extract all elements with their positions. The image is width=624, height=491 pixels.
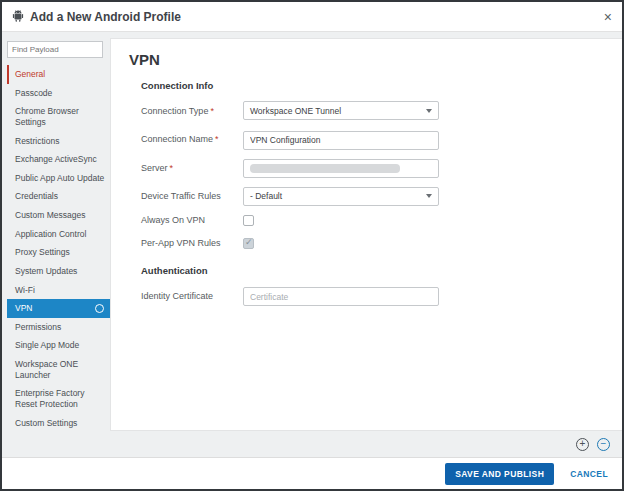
sidebar-item-wifi[interactable]: Wi-Fi	[7, 281, 110, 300]
sidebar-item-passcode[interactable]: Passcode	[7, 84, 110, 103]
identity-certificate-row: Identity Certificate	[141, 286, 608, 307]
sidebar-item-credentials[interactable]: Credentials	[7, 187, 110, 206]
dialog-header: Add a New Android Profile ×	[2, 2, 622, 32]
cancel-button[interactable]: CANCEL	[570, 469, 608, 479]
section-authentication: Authentication	[141, 265, 608, 276]
vpn-configured-badge-icon	[95, 304, 104, 313]
payload-search	[7, 38, 110, 58]
section-connection-info: Connection Info	[141, 80, 608, 91]
required-asterisk: *	[215, 134, 219, 144]
per-app-vpn-rules-row: Per-App VPN Rules	[141, 238, 608, 249]
identity-certificate-label: Identity Certificate	[141, 291, 243, 301]
connection-type-value: Workspace ONE Tunnel	[250, 106, 341, 116]
close-icon[interactable]: ×	[604, 10, 612, 24]
dialog-body: General Passcode Chrome Browser Settings…	[2, 32, 622, 457]
add-android-profile-dialog: Add a New Android Profile × General Pass…	[0, 0, 624, 491]
sidebar-item-public-app-auto-update[interactable]: Public App Auto Update	[7, 169, 110, 188]
always-on-vpn-label: Always On VPN	[141, 215, 243, 225]
device-traffic-rules-value: - Default	[250, 191, 282, 201]
required-asterisk: *	[170, 163, 174, 173]
sidebar-item-chrome-browser-settings[interactable]: Chrome Browser Settings	[7, 102, 110, 131]
sidebar-item-application-control[interactable]: Application Control	[7, 225, 110, 244]
sidebar-item-vpn-label: VPN	[15, 303, 32, 314]
main-panel: VPN Connection Info Connection Type* Wor…	[110, 32, 622, 457]
connection-type-label: Connection Type*	[141, 106, 243, 116]
connection-type-row: Connection Type* Workspace ONE Tunnel	[141, 101, 608, 120]
payload-action-strip: + −	[110, 431, 622, 457]
dialog-title: Add a New Android Profile	[30, 10, 181, 24]
save-and-publish-button[interactable]: SAVE AND PUBLISH	[445, 463, 554, 485]
always-on-vpn-row: Always On VPN	[141, 215, 608, 226]
plus-circle-icon[interactable]: +	[576, 438, 589, 451]
server-label: Server*	[141, 163, 243, 173]
sidebar-item-restrictions[interactable]: Restrictions	[7, 132, 110, 151]
sidebar-item-enterprise-factory-reset-protection[interactable]: Enterprise Factory Reset Protection	[7, 384, 110, 413]
sidebar-item-proxy-settings[interactable]: Proxy Settings	[7, 243, 110, 262]
sidebar-item-custom-settings[interactable]: Custom Settings	[7, 414, 110, 433]
connection-name-input[interactable]	[243, 131, 439, 150]
payload-title: VPN	[129, 51, 608, 68]
identity-certificate-input[interactable]	[243, 287, 439, 306]
find-payload-input[interactable]	[7, 41, 103, 58]
connection-name-row: Connection Name*	[141, 129, 608, 150]
sidebar-item-general[interactable]: General	[7, 65, 110, 84]
connection-type-select[interactable]: Workspace ONE Tunnel	[243, 101, 439, 120]
sidebar-item-vpn[interactable]: VPN	[7, 299, 110, 318]
sidebar-item-custom-messages[interactable]: Custom Messages	[7, 206, 110, 225]
per-app-vpn-rules-label: Per-App VPN Rules	[141, 238, 243, 248]
connection-name-label: Connection Name*	[141, 134, 243, 144]
android-icon	[12, 8, 24, 26]
minus-circle-icon[interactable]: −	[597, 438, 610, 451]
vpn-payload-card: VPN Connection Info Connection Type* Wor…	[110, 38, 622, 431]
device-traffic-rules-row: Device Traffic Rules - Default	[141, 187, 608, 206]
chevron-down-icon	[426, 109, 432, 113]
dialog-footer: SAVE AND PUBLISH CANCEL	[2, 457, 622, 489]
sidebar-item-system-updates[interactable]: System Updates	[7, 262, 110, 281]
payload-list: General Passcode Chrome Browser Settings…	[7, 65, 110, 432]
payload-sidebar: General Passcode Chrome Browser Settings…	[2, 32, 110, 457]
sidebar-item-single-app-mode[interactable]: Single App Mode	[7, 336, 110, 355]
always-on-vpn-checkbox[interactable]	[243, 215, 254, 226]
server-masked-value	[250, 164, 400, 173]
chevron-down-icon	[426, 194, 432, 198]
per-app-vpn-rules-checkbox	[243, 238, 254, 249]
required-asterisk: *	[210, 106, 214, 116]
sidebar-item-workspace-one-launcher[interactable]: Workspace ONE Launcher	[7, 355, 110, 384]
server-row: Server*	[141, 159, 608, 178]
device-traffic-rules-label: Device Traffic Rules	[141, 191, 243, 201]
device-traffic-rules-select[interactable]: - Default	[243, 187, 439, 206]
server-input[interactable]	[243, 159, 439, 178]
sidebar-item-permissions[interactable]: Permissions	[7, 318, 110, 337]
sidebar-item-exchange-activesync[interactable]: Exchange ActiveSync	[7, 150, 110, 169]
